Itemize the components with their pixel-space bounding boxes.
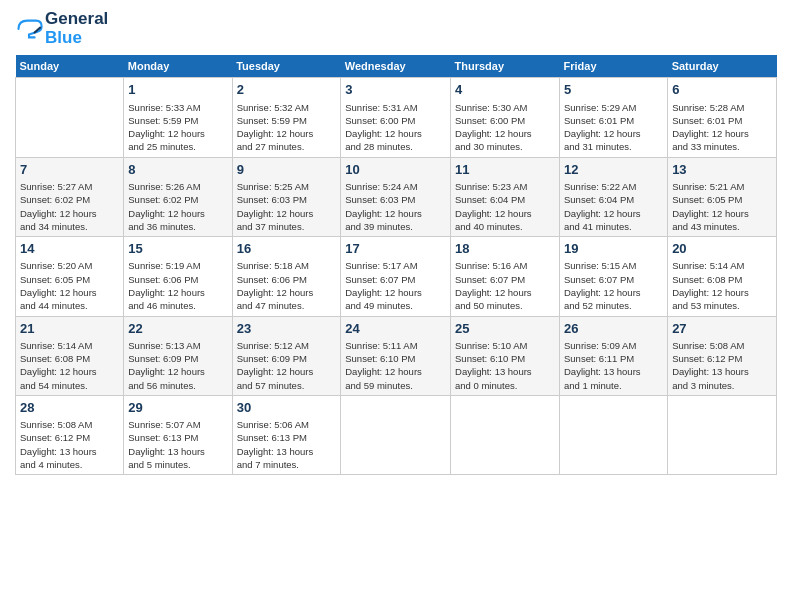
calendar-cell: 3Sunrise: 5:31 AM Sunset: 6:00 PM Daylig…	[341, 78, 451, 157]
day-number: 9	[237, 161, 337, 179]
day-info: Sunrise: 5:17 AM Sunset: 6:07 PM Dayligh…	[345, 260, 422, 311]
day-number: 1	[128, 81, 227, 99]
day-info: Sunrise: 5:23 AM Sunset: 6:04 PM Dayligh…	[455, 181, 532, 232]
calendar-cell: 13Sunrise: 5:21 AM Sunset: 6:05 PM Dayli…	[668, 157, 777, 236]
day-number: 25	[455, 320, 555, 338]
day-info: Sunrise: 5:13 AM Sunset: 6:09 PM Dayligh…	[128, 340, 205, 391]
calendar-cell: 27Sunrise: 5:08 AM Sunset: 6:12 PM Dayli…	[668, 316, 777, 395]
day-info: Sunrise: 5:27 AM Sunset: 6:02 PM Dayligh…	[20, 181, 97, 232]
day-info: Sunrise: 5:07 AM Sunset: 6:13 PM Dayligh…	[128, 419, 205, 470]
calendar-cell: 14Sunrise: 5:20 AM Sunset: 6:05 PM Dayli…	[16, 237, 124, 316]
column-header-monday: Monday	[124, 55, 232, 78]
column-header-thursday: Thursday	[451, 55, 560, 78]
calendar-cell: 10Sunrise: 5:24 AM Sunset: 6:03 PM Dayli…	[341, 157, 451, 236]
day-info: Sunrise: 5:12 AM Sunset: 6:09 PM Dayligh…	[237, 340, 314, 391]
day-number: 28	[20, 399, 119, 417]
calendar-cell: 30Sunrise: 5:06 AM Sunset: 6:13 PM Dayli…	[232, 395, 341, 474]
calendar-cell: 20Sunrise: 5:14 AM Sunset: 6:08 PM Dayli…	[668, 237, 777, 316]
logo: General Blue	[15, 10, 108, 47]
day-number: 10	[345, 161, 446, 179]
day-info: Sunrise: 5:16 AM Sunset: 6:07 PM Dayligh…	[455, 260, 532, 311]
day-info: Sunrise: 5:19 AM Sunset: 6:06 PM Dayligh…	[128, 260, 205, 311]
column-header-sunday: Sunday	[16, 55, 124, 78]
calendar-cell: 18Sunrise: 5:16 AM Sunset: 6:07 PM Dayli…	[451, 237, 560, 316]
day-info: Sunrise: 5:14 AM Sunset: 6:08 PM Dayligh…	[672, 260, 749, 311]
day-number: 2	[237, 81, 337, 99]
day-number: 23	[237, 320, 337, 338]
day-number: 26	[564, 320, 663, 338]
calendar-cell: 16Sunrise: 5:18 AM Sunset: 6:06 PM Dayli…	[232, 237, 341, 316]
day-number: 12	[564, 161, 663, 179]
calendar-cell: 25Sunrise: 5:10 AM Sunset: 6:10 PM Dayli…	[451, 316, 560, 395]
column-header-wednesday: Wednesday	[341, 55, 451, 78]
day-number: 17	[345, 240, 446, 258]
day-info: Sunrise: 5:18 AM Sunset: 6:06 PM Dayligh…	[237, 260, 314, 311]
day-number: 15	[128, 240, 227, 258]
calendar-cell: 21Sunrise: 5:14 AM Sunset: 6:08 PM Dayli…	[16, 316, 124, 395]
day-info: Sunrise: 5:32 AM Sunset: 5:59 PM Dayligh…	[237, 102, 314, 153]
calendar-cell: 1Sunrise: 5:33 AM Sunset: 5:59 PM Daylig…	[124, 78, 232, 157]
day-info: Sunrise: 5:15 AM Sunset: 6:07 PM Dayligh…	[564, 260, 641, 311]
day-number: 5	[564, 81, 663, 99]
calendar-cell: 22Sunrise: 5:13 AM Sunset: 6:09 PM Dayli…	[124, 316, 232, 395]
calendar-week-row: 14Sunrise: 5:20 AM Sunset: 6:05 PM Dayli…	[16, 237, 777, 316]
day-info: Sunrise: 5:22 AM Sunset: 6:04 PM Dayligh…	[564, 181, 641, 232]
calendar-cell: 12Sunrise: 5:22 AM Sunset: 6:04 PM Dayli…	[560, 157, 668, 236]
column-header-friday: Friday	[560, 55, 668, 78]
column-header-tuesday: Tuesday	[232, 55, 341, 78]
calendar-cell: 11Sunrise: 5:23 AM Sunset: 6:04 PM Dayli…	[451, 157, 560, 236]
calendar-header-row: SundayMondayTuesdayWednesdayThursdayFrid…	[16, 55, 777, 78]
day-info: Sunrise: 5:09 AM Sunset: 6:11 PM Dayligh…	[564, 340, 641, 391]
day-number: 4	[455, 81, 555, 99]
day-number: 16	[237, 240, 337, 258]
day-info: Sunrise: 5:30 AM Sunset: 6:00 PM Dayligh…	[455, 102, 532, 153]
calendar-week-row: 7Sunrise: 5:27 AM Sunset: 6:02 PM Daylig…	[16, 157, 777, 236]
day-number: 19	[564, 240, 663, 258]
day-number: 29	[128, 399, 227, 417]
day-number: 14	[20, 240, 119, 258]
calendar-week-row: 1Sunrise: 5:33 AM Sunset: 5:59 PM Daylig…	[16, 78, 777, 157]
calendar-cell: 19Sunrise: 5:15 AM Sunset: 6:07 PM Dayli…	[560, 237, 668, 316]
day-number: 7	[20, 161, 119, 179]
day-info: Sunrise: 5:24 AM Sunset: 6:03 PM Dayligh…	[345, 181, 422, 232]
day-info: Sunrise: 5:28 AM Sunset: 6:01 PM Dayligh…	[672, 102, 749, 153]
day-info: Sunrise: 5:25 AM Sunset: 6:03 PM Dayligh…	[237, 181, 314, 232]
day-info: Sunrise: 5:31 AM Sunset: 6:00 PM Dayligh…	[345, 102, 422, 153]
day-number: 3	[345, 81, 446, 99]
calendar-cell	[668, 395, 777, 474]
day-number: 27	[672, 320, 772, 338]
day-info: Sunrise: 5:14 AM Sunset: 6:08 PM Dayligh…	[20, 340, 97, 391]
day-info: Sunrise: 5:10 AM Sunset: 6:10 PM Dayligh…	[455, 340, 532, 391]
page-container: General Blue SundayMondayTuesdayWednesda…	[0, 0, 792, 485]
calendar-cell: 26Sunrise: 5:09 AM Sunset: 6:11 PM Dayli…	[560, 316, 668, 395]
day-info: Sunrise: 5:33 AM Sunset: 5:59 PM Dayligh…	[128, 102, 205, 153]
calendar-cell: 4Sunrise: 5:30 AM Sunset: 6:00 PM Daylig…	[451, 78, 560, 157]
calendar-cell: 7Sunrise: 5:27 AM Sunset: 6:02 PM Daylig…	[16, 157, 124, 236]
calendar-cell	[341, 395, 451, 474]
calendar-cell: 8Sunrise: 5:26 AM Sunset: 6:02 PM Daylig…	[124, 157, 232, 236]
calendar-cell: 23Sunrise: 5:12 AM Sunset: 6:09 PM Dayli…	[232, 316, 341, 395]
calendar-cell: 29Sunrise: 5:07 AM Sunset: 6:13 PM Dayli…	[124, 395, 232, 474]
calendar-cell	[560, 395, 668, 474]
day-number: 8	[128, 161, 227, 179]
calendar-week-row: 21Sunrise: 5:14 AM Sunset: 6:08 PM Dayli…	[16, 316, 777, 395]
day-info: Sunrise: 5:29 AM Sunset: 6:01 PM Dayligh…	[564, 102, 641, 153]
day-info: Sunrise: 5:11 AM Sunset: 6:10 PM Dayligh…	[345, 340, 422, 391]
calendar-cell: 2Sunrise: 5:32 AM Sunset: 5:59 PM Daylig…	[232, 78, 341, 157]
day-number: 18	[455, 240, 555, 258]
day-number: 6	[672, 81, 772, 99]
day-info: Sunrise: 5:06 AM Sunset: 6:13 PM Dayligh…	[237, 419, 314, 470]
day-info: Sunrise: 5:20 AM Sunset: 6:05 PM Dayligh…	[20, 260, 97, 311]
logo-text: General Blue	[45, 10, 108, 47]
day-number: 20	[672, 240, 772, 258]
column-header-saturday: Saturday	[668, 55, 777, 78]
page-header: General Blue	[15, 10, 777, 47]
calendar-cell	[451, 395, 560, 474]
day-number: 11	[455, 161, 555, 179]
calendar-cell: 28Sunrise: 5:08 AM Sunset: 6:12 PM Dayli…	[16, 395, 124, 474]
calendar-cell	[16, 78, 124, 157]
day-number: 30	[237, 399, 337, 417]
calendar-cell: 5Sunrise: 5:29 AM Sunset: 6:01 PM Daylig…	[560, 78, 668, 157]
day-info: Sunrise: 5:08 AM Sunset: 6:12 PM Dayligh…	[672, 340, 749, 391]
day-info: Sunrise: 5:21 AM Sunset: 6:05 PM Dayligh…	[672, 181, 749, 232]
